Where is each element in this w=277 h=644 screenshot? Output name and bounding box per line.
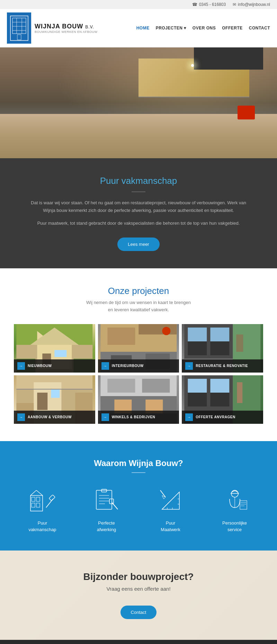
svg-point-82 <box>231 490 238 497</box>
header: WIJNJA BOUW b.v. Bouwkundige werken en a… <box>0 9 277 47</box>
projects-title: Onze projecten <box>14 286 263 296</box>
why-vakmanschap: Puurvakmanschap <box>14 487 71 533</box>
vakmanschap-body2: Puur maatwerk, tot stand gebracht door d… <box>28 220 249 227</box>
svg-rect-0 <box>10 16 28 41</box>
project-label-offerte: → OFFERTE ANVRAGEN <box>182 411 263 424</box>
svg-line-75 <box>162 492 179 509</box>
svg-rect-7 <box>17 35 21 40</box>
arrow-icon: → <box>185 413 193 421</box>
project-label-nieuwbouw: → NIEUWBOUW <box>14 359 95 373</box>
svg-rect-85 <box>240 501 247 509</box>
why-label-maatwerk: PuurMaatwerk <box>161 520 180 533</box>
svg-rect-31 <box>236 334 243 352</box>
svg-line-80 <box>160 490 166 497</box>
projects-subtitle: Wij nemen de tijd om uw wensen in kaart … <box>14 299 263 314</box>
svg-rect-37 <box>51 389 60 398</box>
project-label-restauratie: → RESTAURATIE & RENOVATIE <box>182 359 263 373</box>
arrow-icon: → <box>101 362 109 370</box>
svg-line-62 <box>30 490 36 495</box>
svg-rect-65 <box>49 495 55 501</box>
arrow-icon: → <box>17 362 25 370</box>
project-aanbouw[interactable]: → AANBOUW & VERBOUW <box>14 375 95 424</box>
svg-rect-19 <box>138 324 177 334</box>
mail-icon <box>233 2 236 7</box>
company-tagline: Bouwkundige werken en afbouw <box>35 30 98 34</box>
svg-line-72 <box>112 502 118 509</box>
section-why: Waarom Wijnja Bouw? Puurvakma <box>0 441 277 551</box>
svg-rect-58 <box>32 497 35 501</box>
project-offerte[interactable]: → OFFERTE ANVRAGEN <box>182 375 263 424</box>
svg-rect-30 <box>211 328 230 341</box>
top-bar: 0345 - 616803 info@wijnbouw.nl <box>0 0 277 9</box>
svg-point-23 <box>162 327 170 335</box>
why-icon-measure <box>155 487 186 515</box>
vakmanschap-title: Puur vakmanschap <box>28 176 249 186</box>
project-label-winkels: → WINKELS & BEDRIJVEN <box>98 411 179 424</box>
svg-rect-61 <box>36 503 40 507</box>
why-icon-person <box>219 487 250 515</box>
why-divider <box>132 472 145 473</box>
phone-info: 0345 - 616803 <box>192 2 226 7</box>
footer: WIJNJA BOUW BOUWKUNDIGE WERKEN EN AFBOUW… <box>0 640 277 644</box>
cta-subtitle: Vraag eens een offerte aan! <box>14 586 263 592</box>
project-nieuwbouw[interactable]: → NIEUWBOUW <box>14 324 95 373</box>
svg-rect-44 <box>142 379 170 393</box>
svg-rect-29 <box>188 328 207 341</box>
svg-rect-13 <box>54 350 66 357</box>
cta-title: Bijzonder bouwproject? <box>14 571 263 582</box>
nav-home[interactable]: HOME <box>136 26 150 30</box>
svg-rect-67 <box>101 489 107 492</box>
why-label-service: Persoonlijkeservice <box>222 520 247 533</box>
why-label-afwerking: Perfecteafwerking <box>97 520 116 533</box>
why-afwerking: Perfecteafwerking <box>78 487 135 533</box>
why-icon-paint <box>91 487 122 515</box>
projects-grid: → NIEUWBOUW → INTERIEURBOUW <box>14 324 263 424</box>
svg-rect-18 <box>107 328 135 345</box>
project-winkels[interactable]: → WINKELS & BEDRIJVEN <box>98 375 179 424</box>
hero-image <box>0 47 277 158</box>
svg-rect-60 <box>32 503 35 507</box>
arrow-icon: → <box>185 362 193 370</box>
email-info: info@wijnbouw.nl <box>233 2 270 7</box>
svg-rect-1 <box>12 18 26 34</box>
company-name: WIJNJA BOUW b.v. <box>35 23 98 30</box>
main-nav: HOME PROJECTEN ▾ OVER ONS OFFERTE CONTAC… <box>136 26 270 30</box>
why-maatwerk: PuurMaatwerk <box>142 487 199 533</box>
contact-button[interactable]: Contact <box>120 606 157 619</box>
svg-rect-55 <box>211 379 230 393</box>
project-label-interieur: → INTERIEURBOUW <box>98 359 179 373</box>
svg-line-63 <box>36 490 43 495</box>
arrow-icon: → <box>101 413 109 421</box>
logo-icon <box>7 12 31 44</box>
why-label-vakmanschap: Puurvakmanschap <box>28 520 56 533</box>
svg-rect-36 <box>37 393 47 410</box>
logo-area: WIJNJA BOUW b.v. Bouwkundige werken en a… <box>7 12 136 44</box>
project-restauratie[interactable]: → RESTAURATIE & RENOVATIE <box>182 324 263 373</box>
section-projects: Onze projecten Wij nemen de tijd om uw w… <box>0 268 277 441</box>
nav-over-ons[interactable]: OVER ONS <box>193 26 216 30</box>
why-icon-tools <box>27 487 58 515</box>
section-vakmanschap: Puur vakmanschap Dat is waar wij voor st… <box>0 158 277 268</box>
phone-number: 0345 - 616803 <box>199 2 226 7</box>
section-cta: Bijzonder bouwproject? Vraag eens een of… <box>0 551 277 640</box>
phone-icon <box>192 2 197 7</box>
svg-rect-43 <box>107 379 135 393</box>
svg-rect-73 <box>109 499 114 504</box>
project-interieurbouw[interactable]: → INTERIEURBOUW <box>98 324 179 373</box>
svg-rect-59 <box>36 497 40 501</box>
svg-rect-56 <box>237 382 243 403</box>
email-address: info@wijnbouw.nl <box>238 2 270 7</box>
nav-projecten[interactable]: PROJECTEN ▾ <box>156 26 186 30</box>
nav-contact[interactable]: CONTACT <box>249 26 270 30</box>
project-label-aanbouw: → AANBOUW & VERBOUW <box>14 411 95 424</box>
logo-text: WIJNJA BOUW b.v. Bouwkundige werken en a… <box>35 23 98 34</box>
why-grid: Puurvakmanschap Perfecteafwerking <box>14 487 263 533</box>
vakmanschap-body1: Dat is waar wij voor staan. Of het nu ga… <box>28 199 249 214</box>
why-title: Waarom Wijnja Bouw? <box>14 458 263 468</box>
nav-offerte[interactable]: OFFERTE <box>222 26 243 30</box>
svg-rect-54 <box>188 379 207 393</box>
arrow-icon: → <box>17 413 25 421</box>
lees-meer-button[interactable]: Lees meer <box>117 238 159 251</box>
why-service: Persoonlijkeservice <box>206 487 263 533</box>
divider <box>132 191 145 192</box>
